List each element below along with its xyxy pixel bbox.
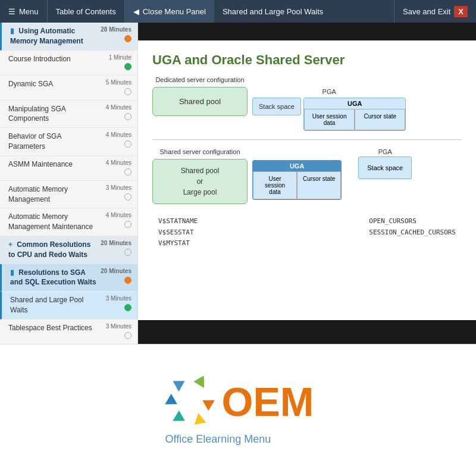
svg-marker-1 xyxy=(193,375,209,391)
sidebar-item-tablespace[interactable]: Tablespace Best Practices 3 Minutes xyxy=(0,320,137,344)
sidebar-minutes-5: 4 Minutes xyxy=(101,159,131,166)
uga-header: UGA xyxy=(304,98,406,109)
vdollar-left: V$STATNAME V$SESSTAT V$MYSTAT xyxy=(158,216,198,249)
shared-server-row: Shared server configuration Shared poolo… xyxy=(152,148,462,204)
slide-title: UGA and Oracle Shared Server xyxy=(152,52,462,68)
status-icon-5 xyxy=(124,168,131,176)
pga-area: PGA Stack space UGA User session data xyxy=(252,88,406,131)
sidebar-item-behavior[interactable]: Behavior of SGA Parameters 4 Minutes xyxy=(0,128,137,156)
status-icon-0 xyxy=(124,35,131,42)
open-cursors: OPEN_CURSORS xyxy=(369,216,456,227)
close-panel-label: Close Menu Panel xyxy=(143,7,206,16)
vstat1: V$STATNAME xyxy=(158,216,198,227)
vdollar-right: OPEN_CURSORS SESSION_CACHED_CURSORS xyxy=(369,216,456,249)
oem-section: OEM Office Elearning Menu xyxy=(0,344,476,476)
sidebar-item-dynamic-sga[interactable]: Dynamic SGA 5 Minutes xyxy=(0,76,137,101)
sidebar-label-1: Course Introduction xyxy=(8,54,99,64)
sidebar-minutes-2: 5 Minutes xyxy=(101,79,131,86)
oem-tagline: Office Elearning Menu xyxy=(165,433,271,446)
sidebar-minutes-3: 4 Minutes xyxy=(101,104,131,111)
sidebar-item-asmm[interactable]: ASMM Maintenance 4 Minutes xyxy=(0,156,137,181)
sidebar-item-using-amm[interactable]: ▮ Using Automatic Memory Management 28 M… xyxy=(0,23,137,51)
sidebar-minutes-10: 3 Minutes xyxy=(101,295,131,302)
sidebar-item-common-res[interactable]: + Common Resolutions to CPU and Redo Wai… xyxy=(0,236,137,264)
sidebar-item-auto-memory-maint[interactable]: Automatic Memory Management Maintenance … xyxy=(0,208,137,236)
sidebar-item-course-intro[interactable]: Course Introduction 1 Minute xyxy=(0,51,137,76)
close-x-button[interactable]: X xyxy=(454,6,468,17)
status-icon-8 xyxy=(124,249,131,256)
top-bar: ☰ Menu Table of Contents ◀ Close Menu Pa… xyxy=(0,0,476,23)
status-icon-7 xyxy=(124,221,131,228)
svg-marker-0 xyxy=(173,381,184,392)
cursor-state-cell: Cursor state xyxy=(355,109,405,130)
sidebar-item-shared-large[interactable]: Shared and Large Pool Waits 3 Minutes xyxy=(0,292,137,320)
sidebar-label-2: Dynamic SGA xyxy=(8,79,99,89)
sidebar-item-auto-memory[interactable]: Automatic Memory Management 3 Minutes xyxy=(0,181,137,209)
diagram-area: Dedicated server configuration Shared po… xyxy=(152,76,462,249)
user-session-cell: User session data xyxy=(304,109,355,130)
sidebar-label-using-amm: Using Automatic Memory Management xyxy=(10,27,83,45)
svg-marker-4 xyxy=(170,411,185,426)
close-panel-button[interactable]: ◀ Close Menu Panel xyxy=(125,0,214,23)
section-divider xyxy=(152,139,462,140)
vstat2: V$SESSTAT xyxy=(158,227,198,239)
svg-marker-3 xyxy=(192,412,206,424)
content-area: UGA and Oracle Shared Server Dedicated s… xyxy=(138,23,476,344)
shared-pool-or-box: Shared poolorLarge pool xyxy=(152,159,248,204)
toc-label: Table of Contents xyxy=(56,7,116,16)
oem-text: OEM xyxy=(222,381,314,422)
sidebar-minutes-7: 4 Minutes xyxy=(101,212,131,218)
pga-label: PGA xyxy=(252,88,406,95)
uga-big-header: UGA xyxy=(253,161,341,171)
collapse-icon-sga: ▮ xyxy=(10,268,14,277)
user-session-text: User session data xyxy=(312,113,347,126)
sidebar-minutes-9: 20 Minutes xyxy=(101,268,131,274)
uga-big-area: UGA User sessiondata Cursor state xyxy=(252,160,342,200)
vstat3: V$MYSTAT xyxy=(158,238,198,249)
toc-button[interactable]: Table of Contents xyxy=(48,0,124,23)
sidebar-label-8: Common Resolutions to CPU and Redo Waits xyxy=(8,240,90,259)
dedicated-label: Dedicated server configuration xyxy=(152,76,248,83)
shared-pool-or-text: Shared poolorLarge pool xyxy=(181,167,220,196)
save-exit-button[interactable]: Save and Exit X xyxy=(394,0,476,23)
sidebar-label-7: Automatic Memory Management Maintenance xyxy=(8,212,99,232)
expand-icon: + xyxy=(8,240,12,249)
shared-pool-box: Shared pool xyxy=(152,87,248,116)
stack-space-big-text: Stack space xyxy=(367,164,403,171)
sidebar-minutes-1: 1 Minute xyxy=(101,54,131,61)
sidebar-minutes-0: 28 Minutes xyxy=(101,26,131,33)
slide-container: UGA and Oracle Shared Server Dedicated s… xyxy=(138,40,476,320)
sidebar-label-9: Resolutions to SGA and SQL Execution Wai… xyxy=(10,268,96,287)
shared-server-label-area: Shared server configuration Shared poolo… xyxy=(152,148,248,204)
vdollar-area: V$STATNAME V$SESSTAT V$MYSTAT OPEN_CURSO… xyxy=(152,216,462,249)
main-container: ▮ Using Automatic Memory Management 28 M… xyxy=(0,23,476,344)
menu-button[interactable]: ☰ Menu xyxy=(0,0,48,23)
status-icon-6 xyxy=(124,193,131,201)
sidebar-item-resolutions-sga[interactable]: ▮ Resolutions to SGA and SQL Execution W… xyxy=(0,264,137,292)
oem-arrows-icon xyxy=(162,375,216,428)
collapse-icon: ▮ xyxy=(10,27,14,35)
session-cached: SESSION_CACHED_CURSORS xyxy=(369,227,456,239)
user-session-cell2: User sessiondata xyxy=(253,171,297,199)
sidebar-item-manipulating[interactable]: Manipulating SGA Components 4 Minutes xyxy=(0,101,137,129)
sidebar-label-11: Tablespace Best Practices xyxy=(8,323,99,333)
menu-label: Menu xyxy=(19,7,39,16)
sidebar: ▮ Using Automatic Memory Management 28 M… xyxy=(0,23,138,344)
dedicated-label-area: Dedicated server configuration Shared po… xyxy=(152,76,248,116)
dedicated-config-row: Dedicated server configuration Shared po… xyxy=(152,76,462,131)
sidebar-label-5: ASMM Maintenance xyxy=(8,159,99,170)
sidebar-minutes-11: 3 Minutes xyxy=(101,323,131,330)
status-icon-4 xyxy=(124,140,131,148)
stack-space-big: Stack space xyxy=(358,156,412,179)
pga-right: PGA Stack space xyxy=(358,148,412,179)
stack-space-box: Stack space xyxy=(252,98,301,115)
sidebar-label-4: Behavior of SGA Parameters xyxy=(8,131,99,152)
shared-pool-text: Shared pool xyxy=(179,97,221,106)
uga-body: User session data Cursor state xyxy=(304,109,406,130)
chevron-left-icon: ◀ xyxy=(133,7,139,16)
svg-marker-2 xyxy=(202,395,216,411)
sidebar-label-6: Automatic Memory Management xyxy=(8,184,99,205)
pga-label2: PGA xyxy=(378,148,392,155)
cursor-state-text: Cursor state xyxy=(364,113,396,120)
save-label: Save and Exit xyxy=(403,7,450,16)
